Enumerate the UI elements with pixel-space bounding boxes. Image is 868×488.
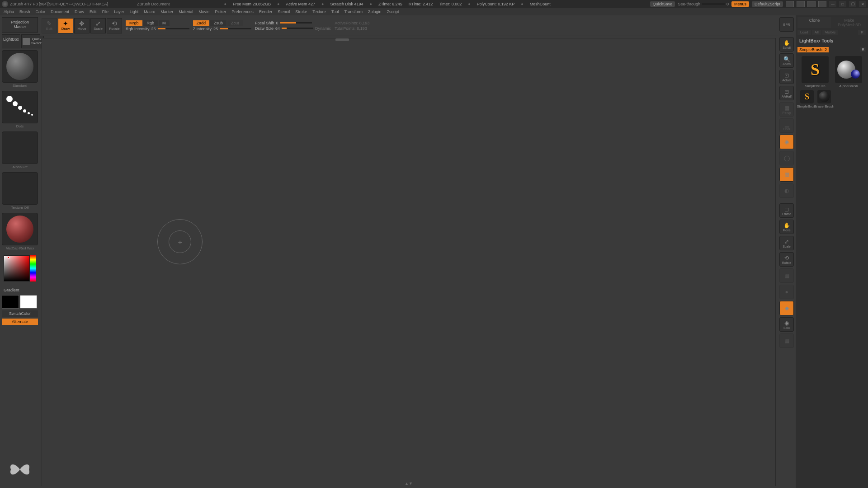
scale-button[interactable]: ⤢Scale — [90, 18, 106, 33]
menu-layer[interactable]: Layer — [114, 9, 124, 14]
menu-marker[interactable]: Marker — [160, 9, 173, 14]
solo-button[interactable]: ● — [779, 285, 794, 299]
layout-icon-1[interactable] — [786, 1, 794, 7]
rotate-button[interactable]: ⟲Rotate — [107, 18, 122, 33]
color-picker[interactable] — [2, 253, 38, 285]
restore-icon[interactable]: ❐ — [849, 1, 856, 7]
floor-button[interactable]: ▁Floor — [779, 118, 794, 133]
rgb-intensity-slider[interactable]: Rgb Intensity 25 — [126, 27, 189, 31]
see-through-slider[interactable]: See-through 0 — [678, 2, 729, 6]
close-icon[interactable]: ✕ — [859, 1, 866, 7]
r-corner[interactable]: R — [860, 47, 866, 52]
tool-alphabrush[interactable]: AlphaBrush — [833, 56, 864, 88]
tool-simplebrush[interactable]: S SimpleBrush — [799, 56, 831, 88]
alternate-button[interactable]: Alternate — [2, 319, 38, 325]
zsub-button[interactable]: Zsub — [210, 20, 226, 26]
alpha-thumb[interactable]: Alpha Off — [2, 131, 38, 164]
layout-icon-3[interactable] — [807, 1, 816, 7]
menu-preferences[interactable]: Preferences — [231, 9, 254, 14]
persp-button[interactable]: ▦Persp — [779, 102, 794, 117]
m-button[interactable]: M — [159, 20, 170, 26]
z-intensity-slider[interactable]: Z Intensity 25 — [193, 27, 252, 31]
tool-eraserbrush[interactable]: EraserBrush — [816, 90, 832, 108]
menu-macro[interactable]: Macro — [144, 9, 155, 14]
focal-shift-slider[interactable]: Focal Shift 0 — [255, 21, 331, 25]
menu-material[interactable]: Material — [179, 9, 193, 14]
minimize-icon[interactable]: — — [829, 1, 836, 7]
bpr-button[interactable]: BPR — [779, 17, 794, 32]
actual-button[interactable]: ⊡Actual — [779, 70, 794, 84]
load-tab[interactable]: Load — [797, 30, 811, 35]
menu-movie[interactable]: Movie — [198, 9, 209, 14]
stroke-thumb[interactable]: Dots — [2, 91, 38, 123]
layout-icon-2[interactable] — [797, 1, 805, 7]
switchcolor-button[interactable]: SwitchColor — [2, 310, 38, 317]
draw-button[interactable]: ✦Draw — [58, 18, 73, 33]
brush-thumb[interactable]: Standard — [2, 50, 38, 83]
color-saturation-area[interactable] — [4, 255, 30, 282]
nav-rotate-button[interactable]: ⟲Rotate — [779, 252, 794, 267]
texture-thumb[interactable]: Texture Off — [2, 172, 38, 205]
dynamic-label[interactable]: Dynamic — [315, 26, 331, 31]
menu-zscript[interactable]: Zscript — [387, 9, 399, 14]
zadd-button[interactable]: Zadd — [193, 20, 210, 26]
zcut-button[interactable]: Zcut — [227, 20, 243, 26]
defaultscript-button[interactable]: DefaultZScript — [752, 1, 783, 7]
nav-scale-button[interactable]: ⤢Scale — [779, 236, 794, 250]
menu-stroke[interactable]: Stroke — [295, 9, 307, 14]
menu-draw[interactable]: Draw — [75, 9, 84, 14]
polyf-button[interactable]: ▦ — [779, 167, 794, 182]
swatch-white[interactable] — [20, 295, 37, 309]
lightbox-button[interactable]: LightBox — [2, 34, 20, 49]
move-button[interactable]: ✥Move — [74, 18, 90, 33]
tool-simplebrush-small[interactable]: S SimpleBrush — [799, 90, 815, 108]
edit-button[interactable]: ✎Edit — [42, 18, 57, 33]
menu-transform[interactable]: Transform — [344, 9, 363, 14]
menus-button[interactable]: Menus — [731, 1, 749, 7]
xpose-button[interactable]: ▦ — [779, 268, 794, 283]
zoom-button[interactable]: 🔍Zoom — [779, 53, 794, 68]
solo2-button[interactable]: ◉Solo — [779, 317, 794, 332]
menu-zplugin[interactable]: Zplugin — [368, 9, 382, 14]
simplebrush-sub[interactable]: SimpleBrush. 2 — [797, 47, 829, 52]
frame-button[interactable]: ◻Frame — [779, 203, 794, 218]
menu-light[interactable]: Light — [130, 9, 139, 14]
nav-move-button[interactable]: ✋Move — [779, 220, 794, 234]
mrgb-button[interactable]: Mrgb — [126, 20, 142, 26]
layout-icon-4[interactable] — [818, 1, 826, 7]
draw-size-slider[interactable]: Draw Size 64 Dynamic — [255, 26, 331, 31]
makepoly-button[interactable]: Make PolyMesh3D — [832, 17, 866, 28]
menu-document[interactable]: Document — [51, 9, 69, 14]
menu-render[interactable]: Render — [259, 9, 273, 14]
rgb-button[interactable]: Rgb — [143, 20, 158, 26]
extra-button[interactable]: ▦ — [779, 333, 794, 348]
menu-picker[interactable]: Picker — [215, 9, 226, 14]
all-tab[interactable]: All — [812, 30, 821, 35]
scroll-button[interactable]: ✋Scroll — [779, 37, 794, 52]
menu-alpha[interactable]: Alpha — [4, 9, 14, 14]
aahalf-button[interactable]: ⊟AAHalf — [779, 86, 794, 100]
menu-texture[interactable]: Texture — [312, 9, 326, 14]
lasso-button[interactable]: ◯ — [779, 151, 794, 165]
menu-tool[interactable]: Tool — [331, 9, 339, 14]
canvas[interactable]: ✛ ▲▼ — [42, 38, 776, 486]
clone-button[interactable]: Clone — [797, 17, 831, 28]
menu-stencil[interactable]: Stencil — [278, 9, 290, 14]
dynamic-button[interactable]: ◆ — [779, 301, 794, 315]
gradient-label[interactable]: Gradient — [2, 287, 38, 293]
maximize-icon[interactable]: □ — [839, 1, 846, 7]
canvas-bottom-handle[interactable]: ▲▼ — [405, 481, 413, 486]
quicksave-button[interactable]: QuickSave — [650, 1, 675, 7]
menu-brush[interactable]: Brush — [19, 9, 30, 14]
material-thumb[interactable]: MatCap Red Wax — [2, 213, 38, 245]
local-button[interactable]: ◉ — [779, 135, 794, 149]
projection-master-button[interactable]: Projection Master — [2, 17, 38, 33]
canvas-scroll-h[interactable] — [335, 38, 349, 41]
transp-button[interactable]: ◐ — [779, 183, 794, 198]
menu-color[interactable]: Color — [36, 9, 46, 14]
menu-edit[interactable]: Edit — [90, 9, 97, 14]
menu-file[interactable]: File — [102, 9, 109, 14]
color-hue-strip[interactable] — [30, 255, 36, 282]
r-tab[interactable]: R — [858, 30, 866, 35]
visible-tab[interactable]: Visible — [822, 30, 838, 35]
